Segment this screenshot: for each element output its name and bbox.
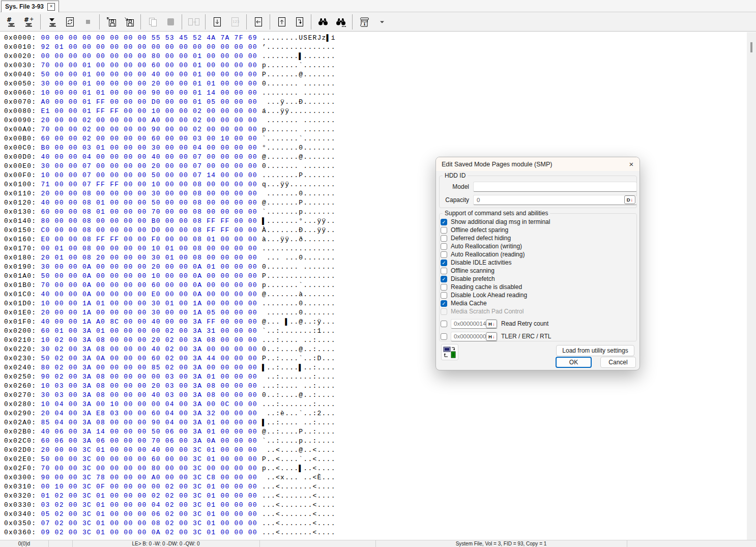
hex-ascii[interactable]: ........USERJz▌i [257,34,336,42]
hex-ascii[interactable]: ........ ....... [257,89,336,97]
checkbox[interactable] [441,292,447,299]
hex-ascii[interactable]: `.......p....... [257,208,336,216]
checkbox[interactable]: ✓ [441,260,447,266]
checkbox[interactable] [441,235,447,242]
hex-ascii[interactable]: @... ▌..@..:ÿ... [257,318,336,326]
hex-ascii[interactable]: ........0....... [257,300,336,307]
hex-bytes[interactable]: 60 00 00 08 01 00 00 00 70 00 00 08 00 0… [41,208,257,216]
hex-row[interactable]: 0x02F0: 70 00 00 3C 00 00 00 00 80 00 00… [4,464,336,473]
import-page-button[interactable] [250,14,267,30]
hex-bytes[interactable]: E0 00 00 08 FF FF 00 00 F0 00 00 08 01 0… [41,236,257,243]
hex-row[interactable]: 0x0230: 50 02 00 3A 0A 00 00 00 60 02 00… [4,354,336,363]
hex-bytes[interactable]: 20 00 00 3C 01 00 00 00 40 00 00 3C 01 0… [41,446,257,454]
hex-bytes[interactable]: 10 00 00 01 01 00 00 00 90 00 00 01 14 0… [41,89,257,97]
hex-ascii[interactable]: ’............... [257,43,336,51]
hex-bytes[interactable]: 90 02 00 3A 08 00 00 00 00 03 00 3A 01 0… [41,373,257,381]
save-to-disk-button[interactable] [103,14,120,30]
checkbox[interactable] [441,333,447,340]
hex-radix-button[interactable]: H↓ [486,332,497,341]
hex-ascii[interactable]: ..:.......:.... [257,373,336,381]
hex-ascii[interactable]: ▌.......°...ÿÿ.. [257,217,336,225]
hex-ascii[interactable]: P..:....`..:D... [257,355,336,362]
hex-row[interactable]: 0x0040: 50 00 00 01 00 00 00 00 40 00 00… [4,70,336,79]
hex-ascii[interactable]: ...:.... ..:.... [257,336,336,344]
hex-ascii[interactable]: á...ÿÿ.......... [257,107,336,115]
hex-row[interactable]: 0x02C0: 60 06 00 3A 06 00 00 00 70 06 00… [4,437,336,446]
hex-bytes[interactable]: 60 01 00 3A 01 00 00 00 00 02 00 3A 31 0… [41,327,257,335]
hex-row[interactable]: 0x0010: 92 01 00 00 00 00 00 00 00 00 00… [4,43,336,52]
hex-row[interactable]: 0x0070: A0 00 00 01 FF 00 00 00 D0 00 00… [4,98,336,107]
hex-row[interactable]: 0x00A0: 70 00 00 02 00 00 00 00 90 00 00… [4,125,336,134]
hex-ascii[interactable]: ...<.......<.... [257,520,336,527]
hex-ascii[interactable]: à...ÿÿ..ð....... [257,236,336,243]
hex-bytes[interactable]: 20 04 00 3A E8 03 00 00 60 04 00 3A 32 0… [41,410,257,417]
hex-row[interactable]: 0x0180: 20 01 00 08 20 00 00 00 30 01 00… [4,253,336,263]
hex-bytes[interactable]: 85 04 00 3A 08 00 00 00 90 04 00 3A 01 0… [41,419,257,426]
tab-close-icon[interactable]: × [47,3,55,11]
hex-bytes[interactable]: 71 00 00 07 FF FF 00 00 10 00 00 08 00 0… [41,181,257,188]
hex-bytes[interactable]: A0 00 00 01 FF 00 00 00 D0 00 00 01 05 0… [41,98,257,106]
hex-ascii[interactable]: @.......P....... [257,199,336,207]
hex-bytes[interactable]: 01 02 00 3C 01 00 00 00 02 02 00 3C 01 0… [41,492,257,500]
hex-ascii[interactable]: q...ÿÿ.......... [257,181,336,188]
hex-ascii[interactable]: ...:.... ..:.... [257,382,336,390]
hex-ascii[interactable]: .......0....... [257,190,336,197]
hex-row[interactable]: 0x0330: 03 02 00 3C 01 00 00 00 04 02 00… [4,501,336,510]
hex-bytes[interactable]: 10 04 00 3A 00 10 00 00 00 04 00 3A 00 0… [41,400,257,408]
hex-row[interactable]: 0x0290: 20 04 00 3A E8 03 00 00 60 04 00… [4,409,336,418]
hex-ascii[interactable]: @.......@....... [257,153,336,161]
hex-row[interactable]: 0x0170: 00 01 00 08 00 00 00 00 10 01 00… [4,244,336,253]
hex-ascii[interactable]: @.......à....... [257,291,336,298]
hex-bytes[interactable]: 10 00 00 07 00 00 00 00 50 00 00 07 14 0… [41,171,257,179]
hex-ascii[interactable]: ..<....@..<.... [257,446,336,454]
hex-ascii[interactable]: P............... [257,272,336,280]
hex-row[interactable]: 0x0020: 00 00 00 00 00 00 00 00 80 00 00… [4,52,336,61]
hex-bytes[interactable]: 10 03 00 3A 08 00 00 00 20 03 00 3A 08 0… [41,382,257,390]
hex-row[interactable]: 0x0140: 80 00 00 08 00 00 00 00 B0 00 00… [4,217,336,226]
hex-row[interactable]: 0x01F0: 40 00 00 1A A0 8C 00 00 40 00 00… [4,318,336,327]
hex-row[interactable]: 0x0030: 70 00 00 01 00 00 00 00 60 00 00… [4,61,336,70]
hex-bytes[interactable]: 70 00 00 0A 00 00 00 00 60 00 00 0A 00 0… [41,281,257,289]
hex-bytes[interactable]: 10 02 00 3A 08 00 00 00 20 02 00 3A 08 0… [41,336,257,344]
hex-row[interactable]: 0x01D0: 10 00 00 1A 01 00 00 00 30 01 00… [4,299,336,308]
hex-row[interactable]: 0x0000: 00 00 00 00 00 00 00 00 55 53 45… [4,34,336,43]
hex-row[interactable]: 0x00F0: 10 00 00 07 00 00 00 00 50 00 00… [4,171,336,180]
hex-row[interactable]: 0x00B0: 60 00 00 02 00 00 00 00 60 00 00… [4,134,336,143]
script-info-button[interactable]: 0110i [356,14,372,30]
checkbox[interactable] [441,284,447,291]
hex-row[interactable]: 0x0250: 90 02 00 3A 08 00 00 00 00 03 00… [4,372,336,382]
hex-ascii[interactable]: ........▌....... [257,52,336,60]
hex-bytes[interactable]: 20 01 00 08 20 00 00 00 30 01 00 08 00 0… [41,254,257,262]
hex-ascii[interactable]: P..<....`..<.... [257,455,336,463]
hex-ascii[interactable]: ...<.......<.... [257,510,336,518]
hex-row[interactable]: 0x02E0: 50 00 00 3C 00 00 00 00 60 00 00… [4,455,336,464]
hex-bytes[interactable]: 40 00 00 0A 00 00 00 00 E0 00 00 0A 00 0… [41,291,257,298]
hex-row[interactable]: 0x01E0: 20 00 00 1A 00 00 00 00 30 00 00… [4,308,336,318]
capacity-value[interactable]: 0 [474,197,624,203]
next-sector-button[interactable] [291,14,308,30]
hex-row[interactable]: 0x0300: 90 00 00 3C 78 00 00 00 A0 00 00… [4,473,336,482]
hex-ascii[interactable]: ...<.......<.... [257,501,336,509]
hex-ascii[interactable]: ...ÿ...Ð....... [257,98,336,106]
hex-ascii[interactable]: ........P....... [257,171,336,179]
hex-bytes[interactable]: 50 00 00 0A 00 00 00 00 10 00 00 0A 00 0… [41,272,257,280]
hex-ascii[interactable]: °.......0....... [257,144,336,152]
sector-number-add-button[interactable]: #+ [20,14,37,30]
hex-ascii[interactable]: p..<....▌..<.... [257,465,336,472]
hex-row[interactable]: 0x0210: 10 02 00 3A 08 00 00 00 20 02 00… [4,336,336,345]
find-button[interactable] [314,14,331,30]
hex-bytes[interactable]: 70 00 00 02 00 00 00 00 90 00 00 02 00 0… [41,126,257,133]
checkbox[interactable] [441,321,447,327]
dropdown-chevron-button[interactable] [373,14,390,30]
hex-value[interactable]: 0x00000000 [451,333,486,339]
hex-radix-button[interactable]: H↓ [486,320,497,328]
hex-ascii[interactable]: 0....... ....... [257,80,336,88]
hex-ascii[interactable]: ▌..:....▌..:.... [257,364,336,371]
hex-row[interactable]: 0x0310: 00 10 00 3C 0F 00 00 00 00 02 00… [4,482,336,492]
checkbox[interactable] [441,243,447,250]
hex-row[interactable]: 0x0090: 20 00 00 02 00 00 00 00 A0 00 00… [4,116,336,125]
hex-row[interactable]: 0x0100: 71 00 00 07 FF FF 00 00 10 00 00… [4,180,336,189]
hex-bytes[interactable]: 70 00 00 01 00 00 00 00 60 00 00 01 00 0… [41,62,257,69]
hex-ascii[interactable]: ................ [257,245,336,252]
checkbox[interactable]: ✓ [441,276,447,282]
